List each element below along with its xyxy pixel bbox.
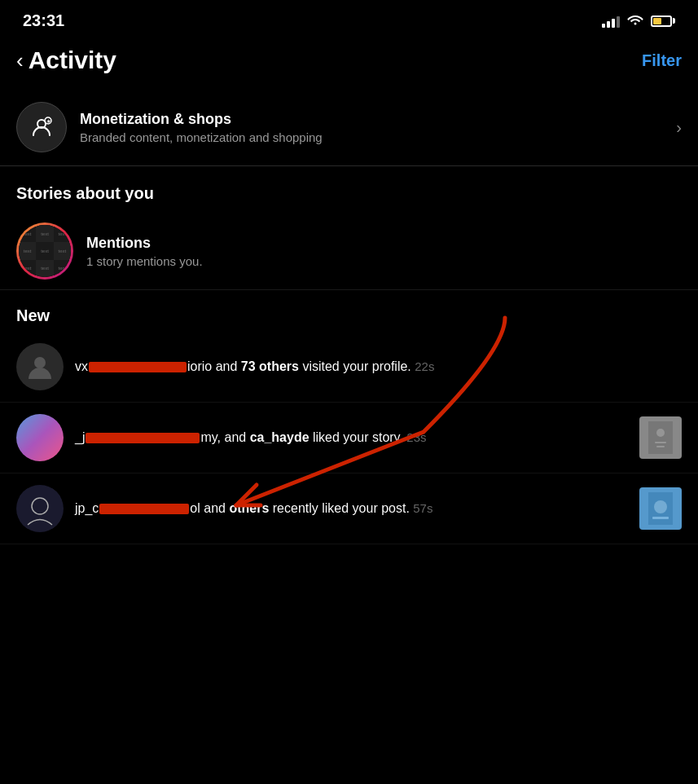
mentions-row[interactable]: text text text text text text text text …	[0, 213, 698, 290]
page-header: ‹ Activity Filter	[0, 38, 698, 89]
signal-icon	[602, 15, 620, 28]
chevron-right-icon: ›	[676, 118, 682, 137]
new-section-header: New	[0, 290, 698, 332]
monetization-text: Monetization & shops Branded content, mo…	[80, 111, 663, 144]
svg-rect-6	[655, 442, 666, 443]
svg-rect-7	[656, 446, 665, 447]
back-button[interactable]: ‹	[16, 50, 24, 71]
activity-thumbnail-2	[639, 416, 682, 459]
mentions-text: Mentions 1 story mentions you.	[86, 235, 682, 268]
activity-avatar-1	[16, 343, 64, 390]
sketch-avatar	[20, 488, 60, 529]
svg-point-3	[34, 357, 46, 368]
monetization-subtitle: Branded content, monetization and shoppi…	[80, 130, 663, 144]
monetization-title: Monetization & shops	[80, 111, 663, 128]
mentions-avatar: text text text text text text text text …	[16, 222, 73, 280]
status-icons	[602, 12, 675, 29]
svg-point-11	[654, 500, 667, 513]
activity-thumbnail-3	[639, 487, 682, 530]
activity-avatar-2	[16, 414, 64, 461]
activity-text-3: jp_col and others recently liked your po…	[75, 500, 628, 518]
svg-rect-8	[20, 488, 60, 529]
stories-section-header: Stories about you	[0, 166, 698, 213]
page-title: Activity	[29, 46, 116, 74]
stories-section-title: Stories about you	[16, 184, 154, 202]
activity-item[interactable]: jp_col and others recently liked your po…	[0, 473, 698, 544]
header-left[interactable]: ‹ Activity	[16, 46, 116, 74]
monetization-icon: ★	[29, 114, 55, 140]
wifi-icon	[626, 12, 644, 29]
filter-button[interactable]: Filter	[642, 51, 682, 70]
activity-desc-2: _jmy, and ca_hayde liked your story. 23s	[75, 429, 628, 447]
svg-rect-12	[652, 517, 669, 519]
activity-text-2: _jmy, and ca_hayde liked your story. 23s	[75, 429, 628, 447]
activity-text-1: vxiorio and 73 others visited your profi…	[75, 358, 682, 376]
mentions-subtitle: 1 story mentions you.	[86, 254, 682, 268]
svg-point-5	[656, 429, 665, 437]
monetization-icon-wrap: ★	[16, 102, 67, 152]
person-icon	[26, 353, 54, 381]
status-time: 23:31	[23, 11, 64, 30]
battery-icon	[651, 15, 675, 27]
status-bar: 23:31	[0, 0, 698, 38]
activity-item[interactable]: _jmy, and ca_hayde liked your story. 23s	[0, 403, 698, 473]
svg-rect-4	[648, 421, 673, 454]
activity-desc-1: vxiorio and 73 others visited your profi…	[75, 358, 682, 376]
monetization-row[interactable]: ★ Monetization & shops Branded content, …	[0, 89, 698, 166]
activity-avatar-3	[16, 485, 64, 532]
activity-desc-3: jp_col and others recently liked your po…	[75, 500, 628, 518]
mentions-title: Mentions	[86, 235, 682, 252]
new-section-title: New	[16, 306, 50, 324]
activity-item[interactable]: vxiorio and 73 others visited your profi…	[0, 332, 698, 403]
